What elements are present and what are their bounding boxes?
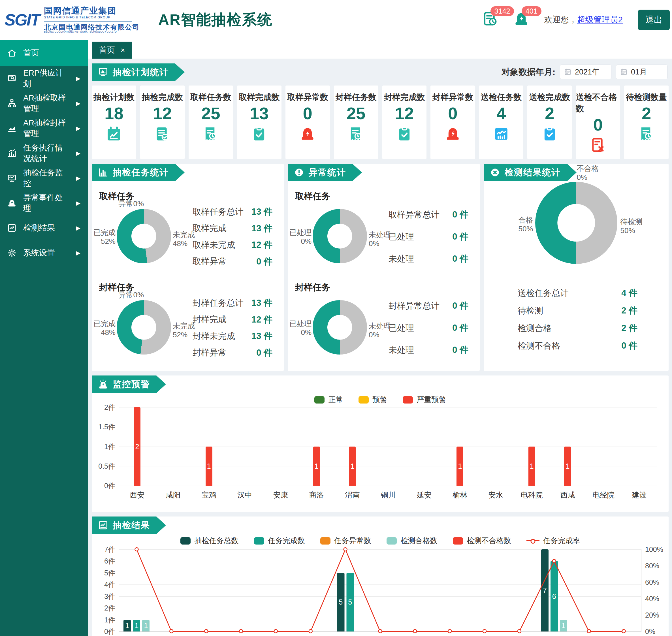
stat-card-label: 封样任务数 [336,92,377,103]
plan-stats-title: 抽检计划统计 [113,66,169,78]
x-axis-label: 安康 [263,490,299,500]
legend-line-swatch [527,540,539,541]
legend-item-抽检任务总数[interactable]: 抽检任务总数 [180,536,239,546]
warning-bar: 1 [529,446,535,486]
series-bar-抽检任务总数: 7 [541,549,549,632]
legend-item-正常[interactable]: 正常 [314,395,343,405]
calendar-icon [564,68,571,76]
legend-item-严重预警[interactable]: 严重预警 [403,395,446,405]
current-user-link[interactable]: 超级管理员2 [577,15,623,24]
stat-row-label: 未处理 [389,344,414,356]
axis-tick-label: 3件 [104,592,115,601]
stat-row-value: 2 件 [621,305,637,317]
task-stats-title: 抽检任务统计 [113,166,169,178]
donut-label-right: 未处理0% [369,231,394,248]
chevron-right-icon: ▶ [76,125,80,132]
monitor-legend: 正常预警严重预警 [92,395,669,405]
tab-home[interactable]: 首页 × [92,42,132,59]
category-slot [155,407,191,485]
axis-tick-label: 1.5件 [98,422,115,432]
monitor-banner: 监控预警 [92,376,166,393]
series-bar-任务完成数: 5 [346,573,354,632]
stat-row-value: 0 件 [256,347,272,359]
settings-icon [7,249,16,257]
sampling-donut-chart: 异常0% 已完成52% 未完成48% [92,202,191,271]
exclamation-icon [294,167,304,178]
stat-row-label: 送检任务总计 [518,287,569,299]
x-axis-label: 铜川 [370,490,407,500]
stat-row-label: 封样异常总计 [389,300,439,312]
stat-card: 送检完成数2 [527,85,572,159]
stat-row: 封样未完成13 件 [193,330,272,342]
stat-card-label: 封样完成数 [384,92,425,103]
category-slot [467,549,502,632]
chart-doc-icon [98,520,108,530]
sidebar-item-首页[interactable]: 首页 [0,40,88,66]
category-slot: 111 [119,549,154,632]
legend-item-任务异常数[interactable]: 任务异常数 [320,536,371,546]
company-logo: SGIT 国网信通产业集团 STATE GRID INFO & TELECOM … [0,6,140,34]
app-header: SGIT 国网信通产业集团 STATE GRID INFO & TELECOM … [0,0,672,40]
stat-row-label: 封样异常 [193,347,226,358]
legend-item-预警[interactable]: 预警 [358,395,388,405]
legend-item-任务完成率[interactable]: 任务完成率 [527,536,580,546]
sidebar-item-label: AR抽检取样管理 [23,93,70,114]
series-bar-任务完成数: 6 [551,561,558,632]
donut-label-right: 未处理0% [369,322,394,339]
tab-close-icon[interactable]: × [121,46,125,55]
month-select[interactable]: 01月 [616,64,668,79]
sealing-task-block: 封样任务 异常0% 已完成48% 未完成52% 封样任务总计13 件封样完成12… [92,278,284,369]
alert-count-badge: 401 [521,6,541,16]
legend-label: 任务完成数 [268,536,305,546]
stat-card-value: 2 [642,104,651,123]
stat-card-label: 待检测数量 [626,92,667,103]
stat-card-value: 0 [448,104,457,123]
sidebar-item-AR抽检封样管理[interactable]: AR抽检封样管理▶ [0,116,88,141]
sidebar-item-异常事件处理[interactable]: 异常事件处理▶ [0,191,88,216]
sidebar-item-检测结果[interactable]: 检测结果▶ [0,216,88,240]
welcome-text: 欢迎您， [544,15,577,24]
task-notification-button[interactable]: 3142 [482,11,500,29]
legend-item-检测合格数[interactable]: 检测合格数 [387,536,437,546]
page-title: AR智能抽检系统 [158,10,272,30]
monitor-warning-panel: 监控预警 正常预警严重预警 2件1.5件1件0.5件0件2111111西安咸阳宝… [92,376,669,512]
sidebar-item-系统设置[interactable]: 系统设置▶ [0,240,88,265]
result-stats-panel: 检测结果统计 不合格0% 合格50% 待检测50% 送检任务总计4 件待检测2 … [484,164,669,371]
legend-item-任务完成数[interactable]: 任务完成数 [254,536,305,546]
chevron-right-icon: ▶ [76,100,80,107]
chevron-right-icon: ▶ [76,150,80,157]
logout-button[interactable]: 退出 [638,9,670,30]
sidebar-item-AR抽检取样管理[interactable]: AR抽检取样管理▶ [0,91,88,116]
sidebar-item-任务执行情况统计[interactable]: 任务执行情况统计▶ [0,141,88,166]
category-slot [293,549,328,632]
axis-tick-label: 80% [645,562,659,570]
sidebar-item-ERP供应计划[interactable]: ERP供应计划▶ [0,66,88,91]
stat-card: 送检任务数4 [479,85,523,159]
donut-label-right: 未完成52% [173,322,198,339]
series-bar-任务完成数: 1 [133,620,140,632]
bar-value-label: 5 [339,598,343,606]
stat-row-label: 取样未完成 [193,239,235,251]
stat-card-label: 送检任务数 [480,92,521,103]
legend-label: 预警 [373,395,388,405]
legend-item-检测不合格数[interactable]: 检测不合格数 [453,536,511,546]
year-select[interactable]: 2021年 [560,64,611,79]
donut-label-right: 待检测50% [620,217,652,235]
doc-check-icon [154,126,171,142]
sidebar-item-label: 系统设置 [23,247,55,258]
stat-row-value: 0 件 [452,300,468,312]
sidebar-item-抽检任务监控[interactable]: 抽检任务监控▶ [0,166,88,191]
task-count-badge: 3142 [491,6,514,16]
bar-group: 55 [337,549,354,632]
alert-notification-button[interactable]: 401 [513,11,531,29]
category-slot [263,407,299,485]
chevron-right-icon: ▶ [76,175,80,181]
bar-group: 111 [123,549,150,632]
category-slot: 2 [119,407,155,485]
category-slot [154,549,189,632]
stat-row: 封样异常总计0 件 [389,300,468,312]
donut [117,209,171,263]
x-axis-label: 汉中 [227,490,263,500]
x-axis-label: 西安 [119,490,155,500]
donut-label-right: 未完成48% [173,231,198,248]
